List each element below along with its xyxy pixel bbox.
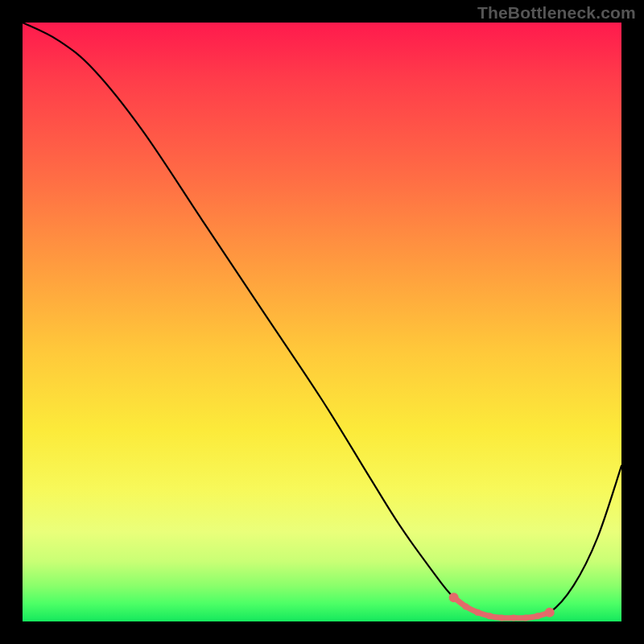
optimal-range-dot [510, 615, 517, 621]
bottleneck-curve [23, 23, 621, 618]
optimal-range-dot [486, 613, 493, 619]
optimal-range-dot [535, 613, 541, 619]
optimal-range-endpoint [449, 592, 459, 602]
optimal-range-endpoint [545, 608, 555, 617]
optimal-range-dot [522, 615, 529, 621]
chart-frame: TheBottleneck.com [0, 0, 644, 644]
plot-area [23, 23, 621, 621]
optimal-range-dot [463, 603, 469, 609]
optimal-range-dot [474, 609, 481, 616]
optimal-range-dot [498, 615, 505, 621]
optimal-range-dots [449, 592, 555, 621]
watermark-text: TheBottleneck.com [477, 3, 636, 23]
curve-svg [23, 23, 621, 621]
